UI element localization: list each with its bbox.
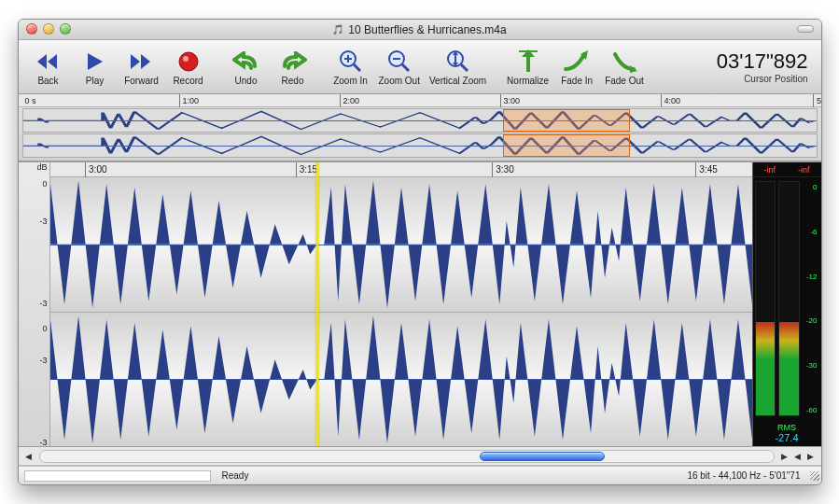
cursor-position-value: 03'17"892 [717, 49, 808, 74]
record-label: Record [173, 76, 203, 86]
meter-scale-tick: -60 [806, 406, 819, 414]
record-button[interactable]: Record [166, 43, 211, 91]
overview-ruler-mark: 2:00 [340, 94, 360, 107]
close-window-button[interactable] [26, 23, 37, 35]
vertical-zoom-button[interactable]: Vertical Zoom [426, 43, 490, 91]
toolbar-toggle-pill[interactable] [797, 25, 814, 33]
overview-ruler-mark: 4:00 [661, 94, 681, 107]
zoom-window-button[interactable] [60, 23, 71, 35]
scroll-left-button[interactable]: ◀ [22, 450, 35, 463]
cursor-position-label: Cursor Position [717, 74, 808, 84]
meter-bar-right [778, 181, 800, 416]
normalize-button[interactable]: Normalize [503, 43, 552, 91]
fade-out-icon [608, 48, 640, 76]
scroll-right-button[interactable]: ▶ [778, 450, 791, 463]
record-icon [173, 48, 204, 76]
rms-label: RMS [753, 423, 821, 432]
meter-fill-left [756, 322, 776, 415]
fade-in-label: Fade In [561, 76, 593, 86]
peak-right: -inf [798, 165, 810, 175]
toolbar: Back Play Forward Record Undo Redo Zoom … [19, 40, 821, 94]
audio-info: 16 bit - 44,100 Hz - 5'01"71 [687, 470, 807, 481]
window-title: 10 Butterflies & Hurricanes.m4a [348, 23, 506, 36]
db-unit-label: dB [36, 162, 47, 172]
svg-point-6 [183, 56, 189, 62]
db-tick: -3 [39, 438, 47, 447]
status-bar: Ready 16 bit - 44,100 Hz - 5'01"71 [19, 466, 821, 484]
svg-marker-2 [88, 53, 103, 70]
document-icon: 🎵 [332, 24, 343, 35]
play-icon [79, 48, 111, 76]
zoom-out-button[interactable]: Zoom Out [375, 43, 424, 91]
titlebar[interactable]: 🎵 10 Butterflies & Hurricanes.m4a [19, 20, 821, 40]
svg-marker-23 [630, 65, 637, 73]
meter-scale-tick: -20 [806, 316, 819, 325]
detail-ruler[interactable]: 3:003:153:303:45 [50, 162, 752, 177]
redo-button[interactable]: Redo [271, 43, 315, 91]
vertical-zoom-label: Vertical Zoom [429, 76, 486, 86]
minimize-window-button[interactable] [43, 23, 54, 35]
waveform-editor: dB 0-3-30-3-3 3:003:153:303:45 -inf -inf [19, 161, 821, 447]
normalize-icon [512, 48, 544, 76]
undo-icon [231, 48, 262, 76]
undo-button[interactable]: Undo [224, 43, 269, 91]
redo-label: Redo [282, 76, 304, 86]
meter-scale: 0-6-12-20-30-60 [803, 181, 819, 416]
db-tick: 0 [42, 179, 47, 189]
back-button[interactable]: Back [26, 43, 71, 91]
detail-ruler-mark: 3:30 [492, 162, 513, 177]
fade-in-button[interactable]: Fade In [554, 43, 599, 91]
playhead-cursor[interactable] [316, 162, 318, 446]
horizontal-scrollbar[interactable]: ◀ ▶ ◀ ▶ [19, 447, 821, 466]
svg-line-8 [354, 64, 360, 71]
svg-marker-4 [141, 54, 150, 69]
zoom-in-label: Zoom In [333, 76, 368, 86]
scroll-left-alt-button[interactable]: ◀ [791, 450, 804, 463]
forward-button[interactable]: Forward [119, 43, 164, 91]
meter-scale-tick: -30 [806, 361, 819, 370]
overview-wave-left[interactable] [22, 108, 818, 133]
db-tick: 0 [42, 324, 47, 333]
resize-handle[interactable] [808, 469, 821, 483]
overview-selection[interactable] [503, 134, 630, 157]
zoom-out-icon [384, 48, 415, 76]
app-window: 🎵 10 Butterflies & Hurricanes.m4a Back P… [18, 19, 822, 485]
channel-left[interactable] [50, 177, 752, 313]
detail-ruler-mark: 3:15 [296, 162, 317, 177]
forward-label: Forward [124, 76, 159, 86]
overview-ruler-mark: 3:00 [500, 94, 521, 107]
overview-ruler[interactable]: 0 s 1:002:003:004:005:00 [19, 94, 821, 107]
detail-ruler-mark: 3:00 [85, 162, 106, 177]
svg-line-12 [402, 64, 409, 71]
db-tick: -3 [39, 299, 47, 308]
play-button[interactable]: Play [73, 43, 118, 91]
meter-scale-tick: -12 [806, 273, 819, 281]
overview-timeline[interactable]: 0 s 1:002:003:004:005:00 [19, 94, 821, 161]
overview-wave-right[interactable] [22, 133, 818, 158]
meter-scale-tick: 0 [813, 183, 818, 191]
scroll-thumb[interactable] [480, 452, 605, 461]
zoom-in-button[interactable]: Zoom In [329, 43, 373, 91]
fade-out-button[interactable]: Fade Out [601, 43, 648, 91]
fade-in-icon [561, 48, 593, 76]
svg-point-5 [179, 52, 198, 71]
cursor-position-display: 03'17"892 Cursor Position [717, 49, 814, 84]
back-label: Back [37, 76, 58, 86]
svg-marker-3 [131, 54, 140, 69]
status-text: Ready [217, 470, 249, 481]
progress-bar [24, 470, 211, 482]
overview-selection[interactable] [503, 109, 630, 132]
vertical-zoom-icon [442, 48, 474, 76]
meter-scale-tick: -6 [810, 228, 818, 236]
redo-icon [277, 48, 309, 76]
scroll-right-alt-button[interactable]: ▶ [804, 450, 818, 463]
db-scale: dB 0-3-30-3-3 [19, 162, 50, 446]
waveform-area[interactable]: 3:003:153:303:45 [50, 162, 752, 446]
scroll-track[interactable] [39, 450, 775, 463]
db-tick: -3 [39, 217, 47, 226]
channel-right[interactable] [50, 313, 752, 447]
detail-ruler-mark: 3:45 [695, 162, 717, 177]
ruler-start: 0 s [22, 94, 36, 107]
rewind-icon [33, 48, 64, 76]
window-controls [26, 23, 71, 35]
